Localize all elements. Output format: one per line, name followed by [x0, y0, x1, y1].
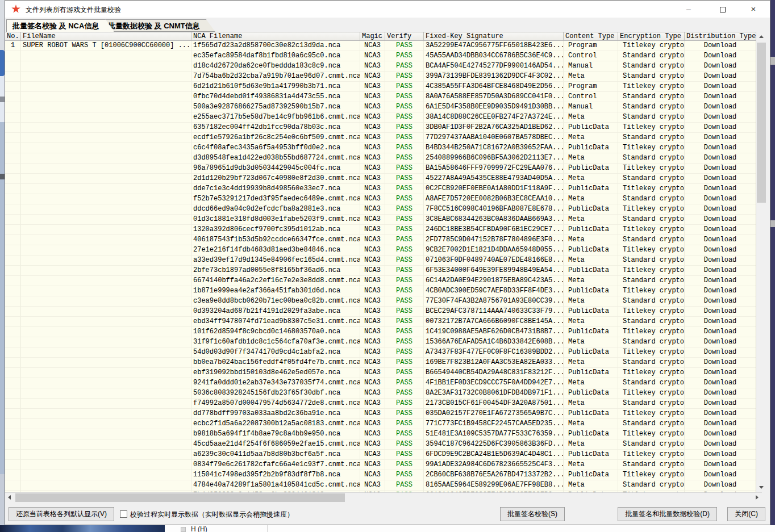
- scroll-up-arrow[interactable]: [756, 32, 766, 41]
- cell-verify-status: PASS: [385, 184, 424, 194]
- horizontal-scrollbar-thumb[interactable]: [15, 493, 345, 502]
- table-row[interactable]: b9818b5a694f1f4b8ae79c8a4bb9e950.nca NCA…: [5, 429, 756, 439]
- table-row[interactable]: e255aec3717b5e58d7be14c9fbb961b6.cnmt.nc…: [5, 112, 756, 123]
- col-header-no[interactable]: No.: [5, 32, 21, 40]
- cell-verify-status: PASS: [385, 245, 424, 255]
- col-header-filename[interactable]: FileName: [21, 32, 191, 40]
- scroll-left-arrow[interactable]: [5, 493, 15, 502]
- table-row[interactable]: dde7c1e3c4dd19939b8d498560e33ec7.nca NCA…: [5, 184, 756, 194]
- cell-nca-filename: ecbc2f1d5a6a22087300b12a5ac08183.cnmt.nc…: [191, 419, 360, 429]
- vertical-scrollbar[interactable]: [756, 32, 766, 492]
- cell-content-type: Meta: [564, 215, 618, 225]
- table-row[interactable]: ddcd66ed9a04c0d2efcdcfba8a2881e3.nca NCA…: [5, 204, 756, 215]
- table-row[interactable]: ecdf1e57926a1bf26c8c254e0c6bf509.cnmt.nc…: [5, 133, 756, 143]
- col-header-fixed-key-signature[interactable]: Fixed-Key Signature: [424, 32, 564, 40]
- cell-magic: NCA3: [360, 41, 385, 51]
- col-header-content-type[interactable]: Content Type: [564, 32, 618, 40]
- table-row[interactable]: 7d754ba6b2d32cba7a919b701ae96d07.cnmt.nc…: [5, 72, 756, 82]
- table-row[interactable]: 5036c8083928245156fdb23f65f30dbf.nca NCA…: [5, 388, 756, 399]
- close-button[interactable]: ×: [740, 1, 766, 18]
- table-row[interactable]: 01d3c1881e318fd8d003e1fabe5203f9.cnmt.nc…: [5, 215, 756, 225]
- table-row[interactable]: dd778bdff99703a033aa8bd2c36ba91e.nca NCA…: [5, 409, 756, 419]
- table-row[interactable]: 45cd5aae21d4f254f6f686059e2fae15.cnmt.nc…: [5, 439, 756, 450]
- cell-nca-filename: 9241fa0ddd01e2ab37e343e737035f74.cnmt.nc…: [191, 378, 360, 388]
- cell-distribution-type: Download: [685, 450, 756, 460]
- table-row[interactable]: 6357182ec004ff42db1fcc90da78b03c.nca NCA…: [5, 123, 756, 133]
- table-row[interactable]: 0834f79e6c261782cfafc66a4e1c93f7.cnmt.nc…: [5, 460, 756, 470]
- table-row[interactable]: bb0ea7b024bac156feddf4f05fd4fe7b.cnmt.nc…: [5, 358, 756, 368]
- cell-verify-status: PASS: [385, 123, 424, 133]
- table-row[interactable]: ecbc2f1d5a6a22087300b12a5ac08183.cnmt.nc…: [5, 419, 756, 429]
- table-row[interactable]: 1320a392d806cecf9700fc395d1012ab.nca NCA…: [5, 225, 756, 235]
- minimize-button[interactable]: –: [676, 1, 702, 18]
- table-row[interactable]: c6c4f08afec3435a6f5a4953bff0d0e2.nca NCA…: [5, 143, 756, 153]
- table-row[interactable]: 9241fa0ddd01e2ab37e343e737035f74.cnmt.nc…: [5, 378, 756, 388]
- table-row[interactable]: f74992a8507d000479574d5634772de8.cnmt.nc…: [5, 399, 756, 409]
- scroll-down-arrow[interactable]: [756, 483, 766, 492]
- cell-filename: [21, 409, 191, 419]
- cell-no: [5, 61, 21, 72]
- table-row[interactable]: d3d89548fea1d422ed038b55bd687724.cnmt.nc…: [5, 153, 756, 164]
- table-row[interactable]: 2d1d120b29bf723d067c40980e8f2d30.cnmt.nc…: [5, 174, 756, 184]
- table-row[interactable]: 500a3e92876866275ad87392590b15b7.nca NCA…: [5, 102, 756, 112]
- col-header-magic[interactable]: Magic: [360, 32, 385, 40]
- tab-batch-signature-nca[interactable]: 批量签名校验 及 NCA信息: [6, 19, 114, 32]
- col-header-nca-filename[interactable]: NCA Filename: [191, 32, 360, 40]
- cell-fixed-key-signature: 1C419C0988AE5ABF626D0CB4731B8B7...: [424, 327, 564, 337]
- tab-batch-data-cnmt[interactable]: 批量数据校验 及 CNMT信息: [102, 19, 215, 32]
- col-header-distribution-type[interactable]: Distribution Type: [685, 32, 756, 40]
- table-row[interactable]: 115041c7498ed395f2b2b9f83df8f7b8.nca NCA…: [5, 470, 756, 480]
- cell-encryption-type: Titlekey crypto: [618, 266, 685, 276]
- table-row[interactable]: 0d393204ad687b21f4191d2029fa3abe.nca NCA…: [5, 307, 756, 317]
- table-row[interactable]: 101f62d8594f8c9cbcd0c146803570a0.nca NCA…: [5, 327, 756, 337]
- col-header-encryption-type[interactable]: Encryption Type: [618, 32, 685, 40]
- table-row[interactable]: d18c4d26720da62ce0fbeddda183c8c9.nca NCA…: [5, 61, 756, 72]
- col-header-verify[interactable]: Verify: [385, 32, 424, 40]
- table-row[interactable]: 1 SUPER ROBOT WARS T [01006C900CC60000] …: [5, 41, 756, 51]
- table-row[interactable]: a33ed39ef17d9d1345e84906fec165d4.cnmt.nc…: [5, 255, 756, 266]
- table-row[interactable]: f52b7e53291217ded3f95faedec6489e.cnmt.nc…: [5, 194, 756, 204]
- cell-fixed-key-signature: 246DC18BE3B54CFBDA90F6B1EC29CE7...: [424, 225, 564, 235]
- cell-nca-filename: 0fbc70d4debd01f49386831a4d473c55.nca: [191, 92, 360, 102]
- table-row[interactable]: c3ea9e8dd8bcb0620b71ec00bea0c82b.cnmt.nc…: [5, 296, 756, 307]
- cell-distribution-type: Download: [685, 276, 756, 286]
- cell-distribution-type: Download: [685, 378, 756, 388]
- cell-encryption-type: Standard crypto: [618, 317, 685, 327]
- table-row[interactable]: 6674140bffa46a2c2ef16c7e2e3e8dd8.cnmt.nc…: [5, 276, 756, 286]
- table-row[interactable]: 96a789651d9db3d05034429045c004fc.nca NCA…: [5, 164, 756, 174]
- restore-columns-button[interactable]: 还原当前表格各列默认显示(V): [9, 507, 114, 521]
- scroll-right-arrow[interactable]: [752, 493, 762, 502]
- table-row[interactable]: 54d0d03d90f7f3474170d9cd4c1abfa2.nca NCA…: [5, 347, 756, 358]
- table-row[interactable]: 4784e40a74289f1a5801a4105841cd5c.cnmt.nc…: [5, 480, 756, 491]
- horizontal-scrollbar[interactable]: [5, 492, 762, 502]
- table-row[interactable]: 27e1e216f14fdb4683d81aed3be84846.nca NCA…: [5, 245, 756, 255]
- table-row[interactable]: ebd34ff9478074fd71ead9b8307c5e31.cnmt.nc…: [5, 317, 756, 327]
- cell-fixed-key-signature: BA15A58646FFF97099972FC29EAA076...: [424, 164, 564, 174]
- table-row[interactable]: 1b871e999ea4e2af366a451fab301d6d.nca NCA…: [5, 286, 756, 296]
- close-dialog-button[interactable]: 关闭(C): [727, 507, 765, 521]
- table-row[interactable]: 2bfe73cb1897ad0055e8f8165bf36ad6.nca NCA…: [5, 266, 756, 276]
- cell-magic: NCA3: [360, 92, 385, 102]
- cell-nca-filename: 2bfe73cb1897ad0055e8f8165bf36ad6.nca: [191, 266, 360, 276]
- cell-nca-filename: 7d754ba6b2d32cba7a919b701ae96d07.cnmt.nc…: [191, 72, 360, 82]
- cell-filename: [21, 399, 191, 409]
- maximize-button[interactable]: [710, 1, 736, 18]
- cell-nca-filename: 1f565d7d23a2d858700c30e82c13d9da.nca: [191, 41, 360, 51]
- batch-signature-verify-button[interactable]: 批量签名校验(S): [500, 507, 565, 521]
- table-row[interactable]: ebf319092bbd150103d8e462e5ed057e.nca NCA…: [5, 368, 756, 378]
- table-row[interactable]: a6239c30c0411d5aa7b8d80b3bcf6a5f.nca NCA…: [5, 450, 756, 460]
- table-row[interactable]: 31f9f1c60afdb1dc8c1c564cfa70af3e.cnmt.nc…: [5, 337, 756, 347]
- realtime-display-checkbox[interactable]: [120, 510, 127, 518]
- cell-distribution-type: Download: [685, 317, 756, 327]
- cell-filename: SUPER ROBOT WARS T [01006C900CC60000] ..…: [21, 41, 191, 51]
- vertical-scrollbar-thumb[interactable]: [757, 43, 766, 203]
- cell-nca-filename: bb0ea7b024bac156feddf4f05fd4fe7b.cnmt.nc…: [191, 358, 360, 368]
- cell-distribution-type: Download: [685, 307, 756, 317]
- batch-signature-and-data-verify-button[interactable]: 批量签名和批量数据校验(D): [618, 507, 717, 521]
- table-row[interactable]: 6d21d21b610f5d63e9b1a417990b3b71.nca NCA…: [5, 82, 756, 92]
- table-row[interactable]: 0fbc70d4debd01f49386831a4d473c55.nca NCA…: [5, 92, 756, 102]
- table-row[interactable]: ec35efac89584daf8b1fbd810a6c95c0.nca NCA…: [5, 51, 756, 61]
- table-row[interactable]: 406187543f1b53d5b92ccdce66347fce.cnmt.nc…: [5, 235, 756, 245]
- cell-no: [5, 358, 21, 368]
- cell-encryption-type: Standard crypto: [618, 296, 685, 307]
